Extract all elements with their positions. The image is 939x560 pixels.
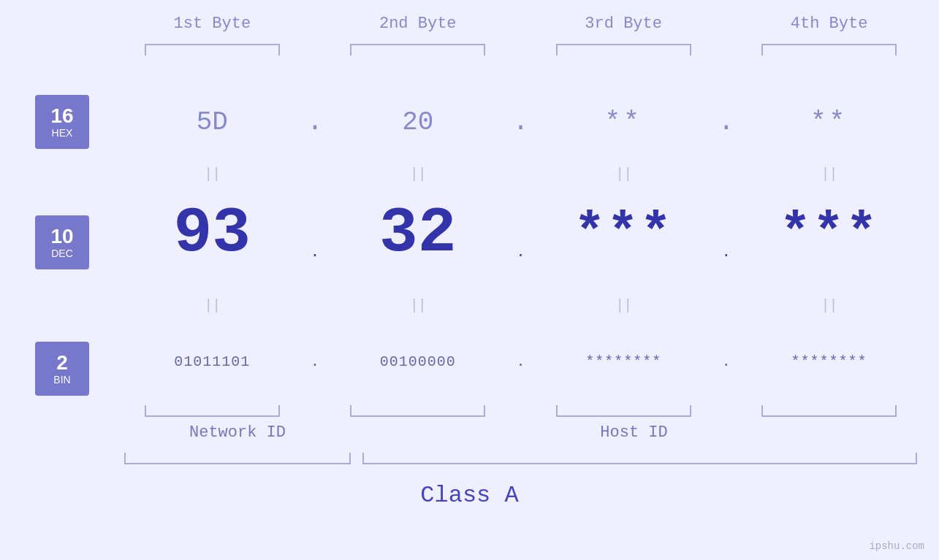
dec-val-3: ***: [574, 204, 673, 264]
bin-badge: 2 BIN: [35, 342, 89, 396]
eq2-2: ||: [410, 297, 426, 314]
dec-val-4: ***: [780, 204, 879, 264]
bin-badge-number: 2: [56, 352, 68, 375]
bracket-top-1: [145, 44, 280, 55]
network-id-label: Network ID: [189, 423, 286, 442]
bracket-bot-4: [761, 405, 897, 417]
eq2-1: ||: [204, 297, 220, 314]
eq-1: ||: [204, 166, 220, 183]
hex-badge: 16 HEX: [35, 95, 89, 149]
eq-2: ||: [410, 166, 426, 183]
bin-val-1: 01011101: [174, 353, 250, 370]
byte3-header: 3rd Byte: [585, 15, 662, 33]
host-id-label: Host ID: [600, 423, 667, 442]
page-container: 1st Byte 2nd Byte 3rd Byte 4th Byte: [0, 0, 939, 560]
bracket-top-3: [556, 44, 691, 55]
dec-badge-label: DEC: [51, 248, 73, 259]
byte1-header: 1st Byte: [174, 15, 251, 33]
dot-bin-3: .: [722, 353, 731, 370]
hex-val-4: **: [810, 107, 848, 137]
hex-val-1: 5D: [197, 107, 228, 137]
dot-dec-3: .: [722, 244, 731, 261]
dot-dec-1: .: [311, 244, 319, 261]
byte4-header: 4th Byte: [791, 15, 868, 33]
bin-badge-label: BIN: [53, 374, 70, 386]
dot-hex-1: .: [307, 107, 323, 137]
eq2-3: ||: [615, 297, 631, 314]
host-bracket-long: [362, 453, 917, 464]
bracket-top-2: [350, 44, 485, 55]
bin-val-3: ********: [585, 353, 661, 370]
eq-4: ||: [821, 166, 837, 183]
dot-bin-1: .: [311, 353, 319, 370]
bracket-bot-1: [145, 405, 280, 417]
bracket-top-4: [761, 44, 897, 55]
footer-label: ipshu.com: [869, 540, 924, 552]
hex-badge-number: 16: [50, 105, 73, 128]
dec-badge: 10 DEC: [35, 215, 89, 269]
dec-val-1: 93: [174, 197, 251, 269]
class-label: Class A: [420, 482, 518, 509]
hex-val-2: 20: [402, 107, 433, 137]
dec-val-2: 32: [379, 197, 457, 269]
eq-3: ||: [615, 166, 631, 183]
hex-val-3: **: [605, 107, 642, 137]
bin-val-4: ********: [791, 353, 867, 370]
eq2-4: ||: [821, 297, 837, 314]
dot-bin-2: .: [516, 353, 525, 370]
hex-badge-label: HEX: [52, 127, 73, 139]
dec-badge-number: 10: [50, 226, 73, 248]
network-bracket-long: [124, 453, 351, 464]
dot-hex-2: .: [513, 107, 529, 137]
dot-dec-2: .: [516, 244, 525, 261]
dot-hex-3: .: [718, 107, 734, 137]
bracket-bot-2: [350, 405, 485, 417]
byte2-header: 2nd Byte: [379, 15, 457, 33]
bracket-bot-3: [556, 405, 691, 417]
bin-val-2: 00100000: [380, 353, 456, 370]
